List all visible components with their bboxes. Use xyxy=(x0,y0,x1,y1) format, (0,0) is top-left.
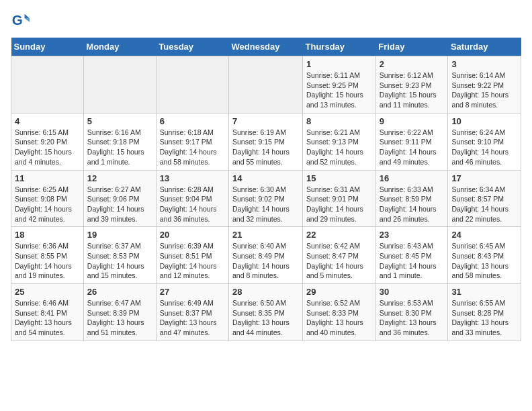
weekday-thursday: Thursday xyxy=(303,38,376,56)
day-info: Sunrise: 6:19 AM Sunset: 9:15 PM Dayligh… xyxy=(232,128,299,167)
day-number: 21 xyxy=(232,230,299,240)
day-cell: 10Sunrise: 6:24 AM Sunset: 9:10 PM Dayli… xyxy=(448,113,521,170)
day-info: Sunrise: 6:31 AM Sunset: 9:01 PM Dayligh… xyxy=(306,185,372,224)
day-cell xyxy=(11,56,84,113)
weekday-saturday: Saturday xyxy=(448,38,521,56)
day-cell: 30Sunrise: 6:53 AM Sunset: 8:30 PM Dayli… xyxy=(375,284,448,341)
day-cell: 23Sunrise: 6:43 AM Sunset: 8:45 PM Dayli… xyxy=(375,227,448,284)
day-info: Sunrise: 6:39 AM Sunset: 8:51 PM Dayligh… xyxy=(160,241,225,281)
day-number: 8 xyxy=(306,116,372,126)
day-info: Sunrise: 6:55 AM Sunset: 8:28 PM Dayligh… xyxy=(451,298,517,338)
day-cell: 2Sunrise: 6:12 AM Sunset: 9:23 PM Daylig… xyxy=(375,56,448,113)
day-info: Sunrise: 6:47 AM Sunset: 8:39 PM Dayligh… xyxy=(87,298,152,338)
day-info: Sunrise: 6:50 AM Sunset: 8:35 PM Dayligh… xyxy=(232,298,299,338)
day-number: 23 xyxy=(380,230,445,240)
day-number: 5 xyxy=(87,116,152,126)
day-info: Sunrise: 6:33 AM Sunset: 8:59 PM Dayligh… xyxy=(380,185,445,224)
day-number: 22 xyxy=(306,230,372,240)
day-info: Sunrise: 6:49 AM Sunset: 8:37 PM Dayligh… xyxy=(160,298,225,338)
day-cell: 28Sunrise: 6:50 AM Sunset: 8:35 PM Dayli… xyxy=(229,284,303,341)
day-info: Sunrise: 6:37 AM Sunset: 8:53 PM Dayligh… xyxy=(87,241,152,281)
day-cell: 16Sunrise: 6:33 AM Sunset: 8:59 PM Dayli… xyxy=(375,170,448,227)
day-cell xyxy=(156,56,228,113)
day-number: 15 xyxy=(306,173,372,183)
day-info: Sunrise: 6:27 AM Sunset: 9:06 PM Dayligh… xyxy=(87,185,152,224)
weekday-friday: Friday xyxy=(375,38,448,56)
day-info: Sunrise: 6:24 AM Sunset: 9:10 PM Dayligh… xyxy=(451,128,517,167)
day-info: Sunrise: 6:15 AM Sunset: 9:20 PM Dayligh… xyxy=(15,128,80,167)
week-row-4: 18Sunrise: 6:36 AM Sunset: 8:55 PM Dayli… xyxy=(11,227,521,284)
day-cell: 14Sunrise: 6:30 AM Sunset: 9:02 PM Dayli… xyxy=(229,170,303,227)
day-cell: 3Sunrise: 6:14 AM Sunset: 9:22 PM Daylig… xyxy=(448,56,521,113)
day-number: 26 xyxy=(87,287,152,297)
day-info: Sunrise: 6:36 AM Sunset: 8:55 PM Dayligh… xyxy=(15,241,80,281)
day-info: Sunrise: 6:30 AM Sunset: 9:02 PM Dayligh… xyxy=(232,185,299,224)
day-number: 6 xyxy=(160,116,225,126)
logo-icon: G xyxy=(11,11,30,30)
day-cell: 6Sunrise: 6:18 AM Sunset: 9:17 PM Daylig… xyxy=(156,113,228,170)
day-cell: 26Sunrise: 6:47 AM Sunset: 8:39 PM Dayli… xyxy=(83,284,156,341)
day-info: Sunrise: 6:40 AM Sunset: 8:49 PM Dayligh… xyxy=(232,241,299,281)
day-info: Sunrise: 6:14 AM Sunset: 9:22 PM Dayligh… xyxy=(451,71,517,110)
day-number: 29 xyxy=(306,287,372,297)
calendar-table: SundayMondayTuesdayWednesdayThursdayFrid… xyxy=(11,38,521,341)
day-cell xyxy=(83,56,156,113)
day-number: 3 xyxy=(451,59,517,69)
day-number: 1 xyxy=(306,59,372,69)
day-info: Sunrise: 6:28 AM Sunset: 9:04 PM Dayligh… xyxy=(160,185,225,224)
day-info: Sunrise: 6:12 AM Sunset: 9:23 PM Dayligh… xyxy=(380,71,445,110)
day-info: Sunrise: 6:43 AM Sunset: 8:45 PM Dayligh… xyxy=(380,241,445,281)
day-cell: 9Sunrise: 6:22 AM Sunset: 9:11 PM Daylig… xyxy=(375,113,448,170)
weekday-sunday: Sunday xyxy=(11,38,84,56)
day-number: 19 xyxy=(87,230,152,240)
day-number: 25 xyxy=(15,287,80,297)
logo: G xyxy=(11,11,32,30)
day-cell: 17Sunrise: 6:34 AM Sunset: 8:57 PM Dayli… xyxy=(448,170,521,227)
day-number: 27 xyxy=(160,287,225,297)
day-cell: 20Sunrise: 6:39 AM Sunset: 8:51 PM Dayli… xyxy=(156,227,228,284)
weekday-tuesday: Tuesday xyxy=(156,38,228,56)
day-cell: 15Sunrise: 6:31 AM Sunset: 9:01 PM Dayli… xyxy=(303,170,376,227)
day-number: 16 xyxy=(380,173,445,183)
day-info: Sunrise: 6:34 AM Sunset: 8:57 PM Dayligh… xyxy=(451,185,517,224)
day-cell: 22Sunrise: 6:42 AM Sunset: 8:47 PM Dayli… xyxy=(303,227,376,284)
week-row-1: 1Sunrise: 6:11 AM Sunset: 9:25 PM Daylig… xyxy=(11,56,521,113)
day-info: Sunrise: 6:46 AM Sunset: 8:41 PM Dayligh… xyxy=(15,298,80,338)
day-info: Sunrise: 6:53 AM Sunset: 8:30 PM Dayligh… xyxy=(380,298,445,338)
day-info: Sunrise: 6:18 AM Sunset: 9:17 PM Dayligh… xyxy=(160,128,225,167)
day-number: 30 xyxy=(380,287,445,297)
day-info: Sunrise: 6:11 AM Sunset: 9:25 PM Dayligh… xyxy=(306,71,372,110)
day-info: Sunrise: 6:45 AM Sunset: 8:43 PM Dayligh… xyxy=(451,241,517,281)
day-cell: 31Sunrise: 6:55 AM Sunset: 8:28 PM Dayli… xyxy=(448,284,521,341)
day-info: Sunrise: 6:42 AM Sunset: 8:47 PM Dayligh… xyxy=(306,241,372,281)
day-cell: 19Sunrise: 6:37 AM Sunset: 8:53 PM Dayli… xyxy=(83,227,156,284)
day-cell xyxy=(229,56,303,113)
day-number: 13 xyxy=(160,173,225,183)
day-number: 20 xyxy=(160,230,225,240)
day-cell: 1Sunrise: 6:11 AM Sunset: 9:25 PM Daylig… xyxy=(303,56,376,113)
day-cell: 8Sunrise: 6:21 AM Sunset: 9:13 PM Daylig… xyxy=(303,113,376,170)
day-number: 28 xyxy=(232,287,299,297)
day-number: 18 xyxy=(15,230,80,240)
weekday-wednesday: Wednesday xyxy=(229,38,303,56)
day-info: Sunrise: 6:22 AM Sunset: 9:11 PM Dayligh… xyxy=(380,128,445,167)
weekday-header-row: SundayMondayTuesdayWednesdayThursdayFrid… xyxy=(11,38,521,56)
day-cell: 11Sunrise: 6:25 AM Sunset: 9:08 PM Dayli… xyxy=(11,170,84,227)
week-row-3: 11Sunrise: 6:25 AM Sunset: 9:08 PM Dayli… xyxy=(11,170,521,227)
day-number: 24 xyxy=(451,230,517,240)
day-info: Sunrise: 6:52 AM Sunset: 8:33 PM Dayligh… xyxy=(306,298,372,338)
week-row-2: 4Sunrise: 6:15 AM Sunset: 9:20 PM Daylig… xyxy=(11,113,521,170)
day-cell: 21Sunrise: 6:40 AM Sunset: 8:49 PM Dayli… xyxy=(229,227,303,284)
day-cell: 24Sunrise: 6:45 AM Sunset: 8:43 PM Dayli… xyxy=(448,227,521,284)
day-number: 4 xyxy=(15,116,80,126)
day-number: 10 xyxy=(451,116,517,126)
page-header: G xyxy=(11,11,521,30)
day-number: 2 xyxy=(380,59,445,69)
day-cell: 5Sunrise: 6:16 AM Sunset: 9:18 PM Daylig… xyxy=(83,113,156,170)
day-cell: 4Sunrise: 6:15 AM Sunset: 9:20 PM Daylig… xyxy=(11,113,84,170)
day-info: Sunrise: 6:16 AM Sunset: 9:18 PM Dayligh… xyxy=(87,128,152,167)
svg-marker-1 xyxy=(25,14,30,19)
day-cell: 27Sunrise: 6:49 AM Sunset: 8:37 PM Dayli… xyxy=(156,284,228,341)
day-number: 14 xyxy=(232,173,299,183)
day-number: 11 xyxy=(15,173,80,183)
